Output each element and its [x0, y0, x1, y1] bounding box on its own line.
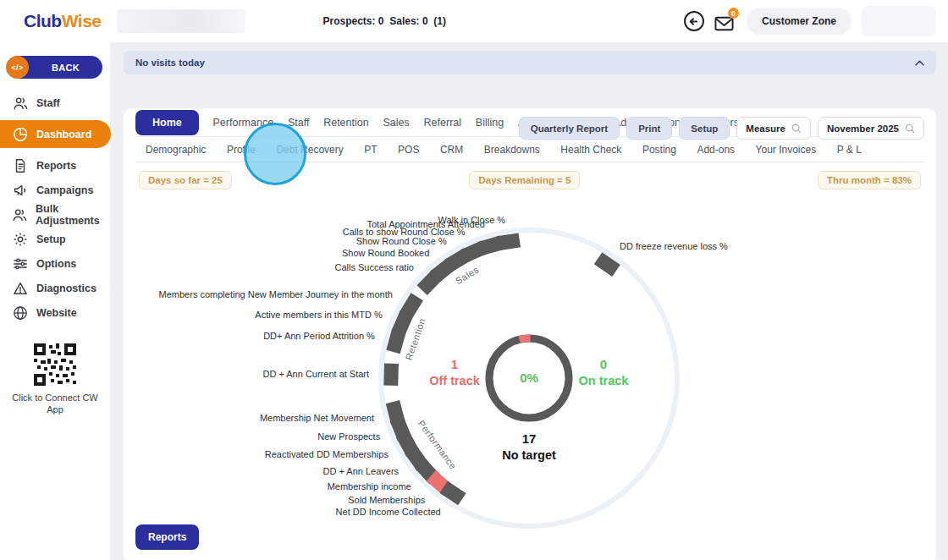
- no-target-label: No target: [502, 448, 556, 462]
- no-target-value: 17: [522, 431, 537, 446]
- subtab-your-invoices[interactable]: Your Invoices: [756, 144, 817, 156]
- sidebar-item-setup[interactable]: Setup: [0, 227, 110, 251]
- sidebar-item-bulk-adjustments[interactable]: Bulk Adjustments: [0, 202, 110, 227]
- metric-label-active-members-in-this-mtd: Active members in this MTD %: [255, 310, 383, 320]
- back-button[interactable]: </> BACK: [7, 56, 102, 79]
- gear-icon: [12, 231, 28, 247]
- top-header: ClubWise Prospects: 0 Sales: 0 (1) 0 Cus…: [0, 0, 948, 42]
- thru-month-badge: Thru month = 83%: [818, 171, 921, 189]
- gauge-percent: 0%: [520, 371, 538, 385]
- metric-label-dd-ann-leavers: DD + Ann Leavers: [323, 466, 400, 476]
- metric-label-new-prospects: New Prospects: [317, 431, 380, 442]
- megaphone-icon: [12, 182, 28, 198]
- tab-retention[interactable]: Retention: [323, 117, 369, 129]
- globe-icon: [12, 305, 28, 321]
- code-icon: </>: [6, 56, 29, 79]
- sidebar-item-reports[interactable]: Reports: [0, 153, 110, 178]
- metric-label-membership-income: Membership income: [328, 481, 411, 491]
- sidebar-item-options[interactable]: Options: [0, 251, 110, 276]
- search-icon: [905, 124, 915, 134]
- metric-label-net-dd-income-collected: Net DD Income Collected: [336, 507, 441, 517]
- warning-icon: [12, 280, 28, 296]
- metric-label-calls-success-ratio: Calls Success ratio: [334, 262, 414, 272]
- metric-label-members-completing-new-member-journey-in-the-month: Members completing New Member Journey in…: [159, 289, 393, 299]
- sidebar-item-label: Options: [36, 258, 76, 270]
- quarterly-report-button[interactable]: Quarterly Report: [519, 117, 620, 140]
- tab-billing[interactable]: Billing: [476, 117, 504, 129]
- subtab-profile[interactable]: Profile: [227, 144, 256, 156]
- subtab-pt[interactable]: PT: [364, 144, 377, 156]
- clubwise-logo: ClubWise: [24, 11, 102, 31]
- header-actions: 0 Customer Zone: [684, 6, 936, 36]
- customer-zone-button[interactable]: Customer Zone: [747, 8, 852, 35]
- sidebar-item-label: Diagnostics: [36, 283, 96, 294]
- days-so-far-badge: Days so far = 25: [139, 171, 232, 189]
- subtab-health-check[interactable]: Health Check: [560, 144, 621, 156]
- user-name-redacted: [862, 6, 936, 36]
- metric-label-show-round-booked: Show Round Booked: [342, 248, 429, 258]
- tab-staff[interactable]: Staff: [288, 117, 309, 129]
- kpi-gauge-chart: Walk in Close %Total Appointments Attend…: [124, 188, 936, 560]
- dashboard-card: Quarterly ReportPrintSetupMeasureNovembe…: [124, 108, 936, 560]
- sidebar-item-campaigns[interactable]: Campaigns: [0, 178, 110, 202]
- people-icon: [12, 206, 27, 222]
- tab-home[interactable]: Home: [135, 110, 199, 135]
- tab-sales[interactable]: Sales: [383, 117, 409, 129]
- subtab-breakdowns[interactable]: Breakdowns: [484, 144, 540, 156]
- logo-part-wise: Wise: [62, 11, 102, 30]
- mail-count-badge: 0: [728, 8, 739, 19]
- tab-referral[interactable]: Referral: [424, 117, 461, 129]
- qr-caption: Click to Connect CW App: [0, 393, 110, 416]
- metric-label-calls-to-show-round-close: Calls to show Round Close %: [343, 227, 466, 237]
- back-arrow-icon[interactable]: [684, 11, 704, 31]
- subtab-add-ons[interactable]: Add-ons: [697, 144, 735, 156]
- visits-banner-label: No visits today: [135, 58, 205, 68]
- subtab-posting[interactable]: Posting: [642, 144, 676, 156]
- tab-performance[interactable]: Performance: [213, 117, 274, 129]
- metric-label-reactivated-dd-memberships: Reactivated DD Memberships: [265, 449, 389, 459]
- metric-label-membership-net-movement: Membership Net Movement: [260, 413, 374, 423]
- people-icon: [12, 95, 28, 111]
- sliders-icon: [12, 255, 28, 272]
- visits-banner[interactable]: No visits today: [124, 51, 936, 74]
- off-track-value: 1: [451, 357, 458, 371]
- chevron-up-icon[interactable]: [915, 60, 924, 66]
- november-2025-selector[interactable]: November 2025: [818, 117, 924, 140]
- donut-off-track-arc: [520, 338, 531, 339]
- sidebar-nav: StaffDashboardReportsCampaignsBulk Adjus…: [0, 91, 110, 325]
- secondary-tabs: DemographicProfileDebt RecoveryPTPOSCRMB…: [135, 137, 924, 162]
- days-remaining-badge: Days Remaining = 5: [469, 171, 580, 189]
- messages-button[interactable]: 0: [714, 11, 736, 31]
- sidebar-item-diagnostics[interactable]: Diagnostics: [0, 276, 110, 300]
- sidebar-item-label: Website: [36, 307, 77, 319]
- sidebar: </> BACK StaffDashboardReportsCampaignsB…: [0, 42, 110, 560]
- subtab-p-l[interactable]: P & L: [837, 144, 862, 156]
- subtab-demographic[interactable]: Demographic: [146, 144, 206, 156]
- sidebar-item-label: Dashboard: [36, 129, 91, 140]
- on-track-value: 0: [600, 357, 607, 371]
- search-icon: [791, 124, 802, 134]
- reports-button[interactable]: Reports: [135, 524, 199, 550]
- sidebar-item-staff[interactable]: Staff: [0, 91, 110, 115]
- logo-part-club: Club: [24, 11, 62, 30]
- pie-chart-icon: [12, 126, 28, 142]
- metric-label-dd-ann-period-attrition: DD+ Ann Period Attrition %: [263, 331, 375, 341]
- qr-code[interactable]: [34, 343, 76, 386]
- measure-selector[interactable]: Measure: [736, 117, 811, 140]
- subtab-crm[interactable]: CRM: [440, 144, 463, 156]
- off-track-label: Off track: [429, 374, 481, 387]
- sidebar-item-label: Campaigns: [36, 184, 93, 196]
- gauge-segment-dd-ann-current-at-start[interactable]: [383, 363, 399, 385]
- clubwise-app: ClubWise Prospects: 0 Sales: 0 (1) 0 Cus…: [0, 0, 948, 560]
- toolbar: Quarterly ReportPrintSetupMeasureNovembe…: [519, 117, 924, 140]
- sidebar-item-website[interactable]: Website: [0, 300, 110, 325]
- sidebar-item-label: Setup: [36, 233, 66, 245]
- print-button[interactable]: Print: [626, 117, 672, 140]
- back-button-label: BACK: [52, 63, 80, 73]
- subtab-debt-recovery[interactable]: Debt Recovery: [276, 144, 343, 156]
- sidebar-item-dashboard[interactable]: Dashboard: [0, 120, 111, 148]
- setup-button[interactable]: Setup: [679, 117, 730, 140]
- metric-label-dd-freeze-revenue-loss: DD freeze revenue loss %: [620, 241, 728, 251]
- subtab-pos[interactable]: POS: [398, 144, 419, 156]
- sidebar-item-label: Bulk Adjustments: [36, 203, 110, 227]
